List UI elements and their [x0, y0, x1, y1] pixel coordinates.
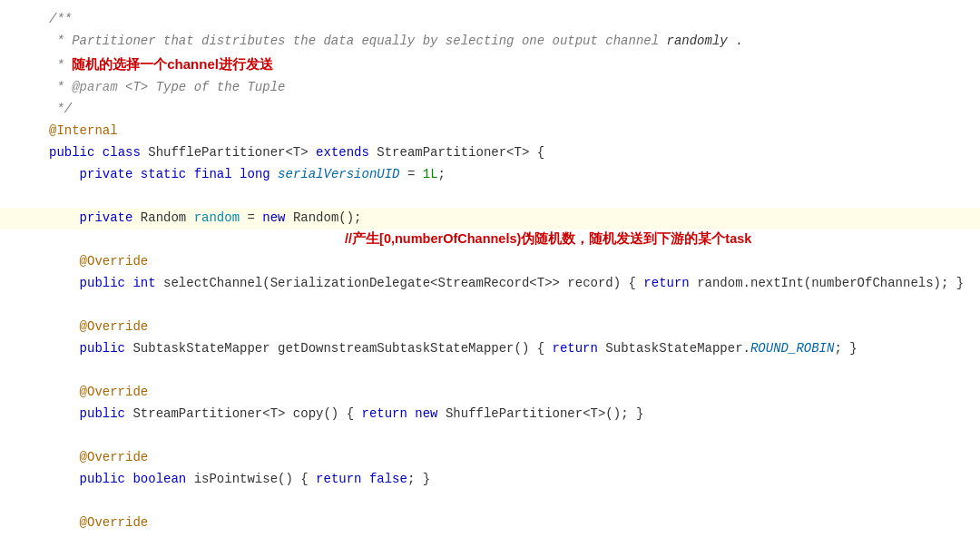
line-num-1 [11, 9, 36, 10]
line-content-22: public boolean isPointwise() { return fa… [49, 469, 980, 491]
line-content-5: */ [49, 99, 980, 121]
line-content-16: public SubtaskStateMapper getDownstreamS… [49, 338, 980, 360]
line-content-13: public int selectChannel(SerializationDe… [49, 273, 980, 295]
line-content-21: @Override [49, 447, 980, 469]
code-line-16: public SubtaskStateMapper getDownstreamS… [0, 338, 980, 360]
code-line-23 [0, 491, 980, 513]
line-content-4: * @param <T> Type of the Tuple [49, 77, 980, 99]
line-num-11 [11, 229, 36, 230]
line-content-19: public StreamPartitioner<T> copy() { ret… [49, 404, 980, 425]
line-content-12: @Override [49, 251, 980, 273]
line-num-4 [11, 77, 36, 78]
line-content-15: @Override [49, 317, 980, 338]
line-content-7: public class ShufflePartitioner<T> exten… [49, 142, 980, 164]
line-content-17 [49, 360, 980, 382]
line-num-6 [11, 121, 36, 122]
line-content-8: private static final long serialVersionU… [49, 164, 980, 186]
line-content-18: @Override [49, 382, 980, 404]
line-content-23 [49, 491, 980, 513]
code-line-10: private Random random = new Random(); [0, 208, 980, 229]
line-num-20 [11, 425, 36, 426]
line-content-9 [49, 186, 980, 208]
code-line-8: private static final long serialVersionU… [0, 164, 980, 186]
code-line-6: @Internal [0, 121, 980, 142]
line-num-5 [11, 99, 36, 100]
code-line-9 [0, 186, 980, 208]
code-container: /** * Partitioner that distributes the d… [0, 0, 980, 537]
code-line-24: @Override [0, 513, 980, 534]
line-num-15 [11, 317, 36, 317]
line-num-25 [11, 534, 36, 535]
line-num-7 [11, 142, 36, 143]
code-line-20 [0, 425, 980, 447]
line-num-21 [11, 447, 36, 448]
line-content-6: @Internal [49, 121, 980, 142]
code-line-19: public StreamPartitioner<T> copy() { ret… [0, 404, 980, 425]
code-line-18: @Override [0, 382, 980, 404]
line-num-3 [11, 53, 36, 54]
code-line-17 [0, 360, 980, 382]
line-num-19 [11, 404, 36, 405]
line-content-14 [49, 295, 980, 317]
code-line-13: public int selectChannel(SerializationDe… [0, 273, 980, 295]
line-num-16 [11, 338, 36, 339]
line-num-2 [11, 31, 36, 32]
code-line-2: * Partitioner that distributes the data … [0, 31, 980, 53]
code-line-14 [0, 295, 980, 317]
line-num-8 [11, 164, 36, 165]
code-line-15: @Override [0, 317, 980, 338]
line-content-10: private Random random = new Random(); [49, 208, 980, 229]
code-line-12: @Override [0, 251, 980, 273]
line-num-9 [11, 186, 36, 187]
code-line-1: /** [0, 9, 980, 31]
line-content-20 [49, 425, 980, 447]
line-content-1: /** [49, 9, 980, 31]
line-content-24: @Override [49, 513, 980, 534]
code-line-7: public class ShufflePartitioner<T> exten… [0, 142, 980, 164]
line-num-23 [11, 491, 36, 492]
line-content-11 [49, 229, 980, 251]
code-line-22: public boolean isPointwise() { return fa… [0, 469, 980, 491]
line-content-3: * 随机的选择一个channel进行发送 [49, 53, 980, 77]
line-num-12 [11, 251, 36, 252]
line-num-22 [11, 469, 36, 470]
line-num-17 [11, 360, 36, 361]
code-line-3: * 随机的选择一个channel进行发送 [0, 53, 980, 77]
line-num-13 [11, 273, 36, 274]
code-line-11: //产生[0,numberOfChannels)伪随机数，随机发送到下游的某个t… [0, 229, 980, 251]
line-num-10 [11, 208, 36, 209]
line-num-14 [11, 295, 36, 296]
line-num-24 [11, 513, 36, 513]
line-num-18 [11, 382, 36, 383]
code-line-4: * @param <T> Type of the Tuple [0, 77, 980, 99]
code-line-21: @Override [0, 447, 980, 469]
line-content-2: * Partitioner that distributes the data … [49, 31, 980, 53]
code-line-5: */ [0, 99, 980, 121]
